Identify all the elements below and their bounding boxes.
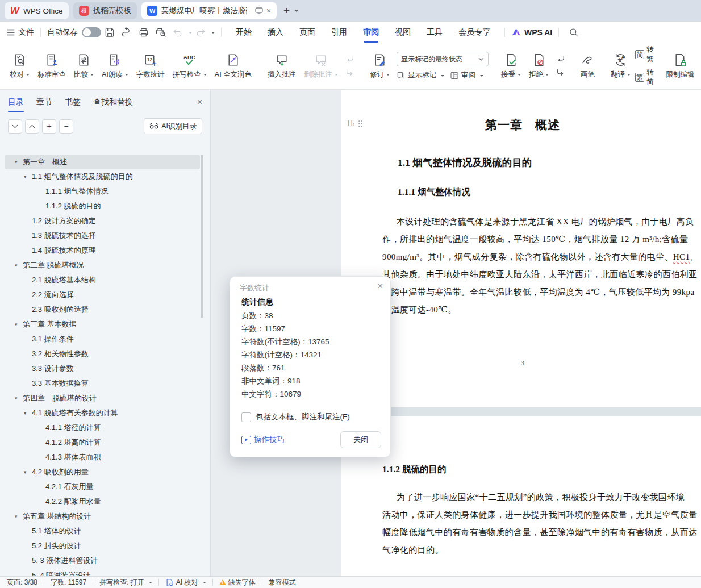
export-pdf-button[interactable] [119,26,134,39]
collapse-all-button[interactable] [8,119,22,134]
toc-item[interactable]: 4.1.2 塔高的计算 [5,435,200,450]
missing-font-warning[interactable]: 缺失字体 [219,578,256,587]
quick-access-dropdown-icon[interactable] [211,32,215,35]
present-mode-icon[interactable] [255,7,263,14]
toc-item[interactable]: ▾1.1 烟气整体情况及脱硫的目的 [5,169,200,184]
menu-item-4[interactable]: 审阅 [363,27,379,37]
print-preview-button[interactable] [153,26,168,39]
toc-item[interactable]: 4.1.1 塔径的计算 [5,420,200,435]
zoom-out-toc-button[interactable]: − [59,119,73,134]
toc-item[interactable]: 5.1 塔体的设计 [5,524,200,539]
include-textbox-checkbox[interactable]: 包括文本框、脚注和尾注(F) [241,412,350,422]
next-change-button[interactable] [554,68,567,78]
menu-item-3[interactable]: 引用 [331,27,347,37]
next-comment-button[interactable] [344,68,356,78]
toc-item[interactable]: ▾4.2 吸收剂的用量 [5,465,200,479]
toc-item[interactable]: ▾第五章 塔结构的设计 [5,509,200,524]
undo-button[interactable] [170,26,185,39]
expand-arrow-icon[interactable]: ▾ [24,469,32,475]
ink-brush-button[interactable]: 画笔 [577,51,598,81]
close-sidebar-icon[interactable]: × [197,97,202,107]
new-tab-button[interactable]: + [283,5,290,17]
menu-item-0[interactable]: 开始 [236,27,252,37]
toc-item[interactable]: 2.2 流向选择 [5,287,200,302]
wps-ai-menu[interactable]: WPS AI [511,28,552,37]
tab-list-dropdown-icon[interactable] [294,10,299,14]
toc-item[interactable]: 1.3 脱硫技术的选择 [5,228,200,243]
expand-arrow-icon[interactable]: ▾ [15,322,23,327]
toc-item[interactable]: 1.4 脱硫技术的原理 [5,243,200,258]
document-page-3[interactable]: H₁ 第一章 概述 1.1 烟气整体情况及脱硫的目的 1.1.1 烟气整体情况 … [341,90,701,407]
toc-item[interactable]: ▾第二章 脱硫塔概况 [5,258,200,273]
compatibility-mode-badge[interactable]: 兼容模式 [269,578,296,587]
word-count-indicator[interactable]: 字数: 11597 [51,578,86,587]
menu-item-1[interactable]: 插入 [268,27,283,37]
toc-item[interactable]: 3.2 相关物性参数 [5,347,200,361]
save-button[interactable] [102,26,117,39]
file-menu[interactable]: 文件 [7,27,34,37]
toc-item[interactable]: 2.1 脱硫塔基本结构 [5,273,200,287]
expand-arrow-icon[interactable]: ▾ [15,514,23,519]
toc-item[interactable]: 3.3 设计参数 [5,361,200,376]
word-count-button[interactable]: 12 字数统计 [133,51,168,81]
close-dialog-icon[interactable]: × [378,281,383,291]
toc-item[interactable]: 3.1 操作条件 [5,332,200,347]
standard-review-button[interactable]: 标准审查 [34,51,69,81]
tab-wps-office[interactable]: W WPS Office [5,2,69,19]
toc-item[interactable]: 1.1.1 烟气整体情况 [5,184,200,199]
ai-polish-button[interactable]: AI 全文润色 [211,51,255,81]
ai-recognize-toc-button[interactable]: AI识别目录 [144,118,202,134]
tips-link[interactable]: 操作技巧 [241,435,285,445]
show-markup-button[interactable]: 显示标记 [397,70,444,80]
track-changes-button[interactable]: 修订 [366,51,393,81]
toc-item[interactable]: 4.2.1 石灰用量 [5,479,200,494]
close-dialog-button[interactable]: 关闭 [340,431,381,448]
menu-item-7[interactable]: 会员专享 [458,27,490,37]
toc-item[interactable]: 1.2 设计方案的确定 [5,214,200,228]
tab-document[interactable]: W 某燃煤电厂喷雾干燥法脱硫系 × [141,2,277,19]
toc-item[interactable]: 4.2.2 配浆用水量 [5,494,200,509]
previous-change-button[interactable] [554,54,567,64]
expand-arrow-icon[interactable]: ▾ [24,174,32,180]
menu-item-6[interactable]: 工具 [427,27,443,37]
toc-item[interactable]: 4.1.3 塔体表面积 [5,450,200,465]
toc-item[interactable]: 5.2 封头的设计 [5,539,200,553]
expand-arrow-icon[interactable]: ▾ [15,262,23,268]
sidebar-scrollbar[interactable] [201,155,203,318]
traditional-to-simplified-button[interactable]: 繁 转简 [635,68,654,87]
insert-comment-button[interactable]: 插入批注 [264,51,299,81]
autosave-toggle[interactable] [82,27,101,37]
accept-changes-button[interactable]: 接受 [498,51,524,81]
tab-chapters[interactable]: 章节 [36,97,52,107]
reject-changes-button[interactable]: 拒绝 [525,51,552,81]
document-page-4[interactable]: 1.1.2 脱硫的目的 为了进一步响应国家“十二五规划”的政策，积极投身于致力于… [341,416,701,577]
toc-item[interactable]: 3.3 基本数据换算 [5,376,200,391]
delete-comment-button[interactable]: 删除批注 [301,51,341,81]
search-icon[interactable] [566,26,581,39]
zoom-in-toc-button[interactable]: + [42,119,56,134]
toc-item[interactable]: ▾第三章 基本数据 [5,317,200,332]
toc-item[interactable]: ▾4.1 脱硫塔有关参数的计算 [5,406,200,420]
toc-item[interactable]: 2.3 吸收剂的选择 [5,302,200,317]
page-indicator[interactable]: 页面: 3/38 [7,578,37,587]
menu-item-2[interactable]: 页面 [299,27,315,37]
print-button[interactable] [136,26,151,39]
proofread-button[interactable]: 校对 [6,51,33,81]
translate-button[interactable]: 文A 翻译 [607,51,634,81]
spell-check-status[interactable]: 拼写检查: 打开 [99,578,152,587]
markup-state-dropdown[interactable]: 显示标记的最终状态 [397,52,489,66]
tab-find-replace[interactable]: 查找和替换 [93,97,133,107]
tab-bookmarks[interactable]: 书签 [65,97,81,107]
tab-docer-templates[interactable]: 稻 找稻壳模板 [73,2,137,19]
ai-read-aloud-button[interactable]: AI朗读 [98,51,132,81]
expand-arrow-icon[interactable]: ▾ [15,159,23,165]
tab-contents[interactable]: 目录 [8,97,24,107]
expand-all-button[interactable] [25,119,39,134]
restrict-editing-button[interactable]: 限制编辑 [663,51,698,81]
review-pane-button[interactable]: 审阅 [450,70,483,80]
toc-item[interactable]: 5. 3 液体进料管设计 [5,553,200,568]
previous-comment-button[interactable] [344,54,356,64]
toc-item[interactable]: 1.1.2 脱硫的目的 [5,199,200,214]
menu-item-5[interactable]: 视图 [395,27,411,37]
spell-check-button[interactable]: ABC 拼写检查 [169,51,210,81]
